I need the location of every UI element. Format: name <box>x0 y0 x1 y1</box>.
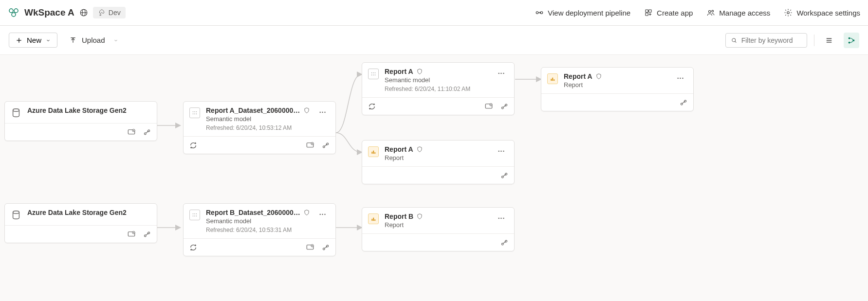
shield-icon <box>416 68 423 75</box>
node-title: Azure Data Lake Storage Gen2 <box>27 106 151 114</box>
node-report-1[interactable]: Report A Report ··· <box>362 140 515 184</box>
more-button[interactable]: ··· <box>316 209 330 218</box>
node-semantic-model-2[interactable]: Report A Semantic model Refreshed: 6/20/… <box>362 62 515 115</box>
impact-icon[interactable] <box>321 243 331 252</box>
node-footer <box>5 123 157 141</box>
node-title: Report A <box>564 72 592 80</box>
node-subtitle: Semantic model <box>206 115 310 123</box>
database-icon <box>11 210 21 220</box>
impact-icon[interactable] <box>679 98 688 107</box>
refresh-icon[interactable] <box>188 243 198 252</box>
upload-button[interactable]: Upload <box>69 36 119 44</box>
gateway-icon[interactable] <box>127 230 136 239</box>
node-footer <box>184 136 335 154</box>
shield-icon <box>303 209 310 216</box>
shield-icon <box>303 107 310 114</box>
node-title: Report B <box>385 212 413 220</box>
node-subtitle: Report <box>564 81 668 89</box>
chevron-down-icon <box>113 37 119 43</box>
node-subtitle: Report <box>385 154 489 161</box>
view-pipeline-link[interactable]: View deployment pipeline <box>535 8 630 17</box>
node-report-3[interactable]: Report B Report ··· <box>362 207 515 251</box>
new-button[interactable]: New <box>9 33 57 48</box>
more-button[interactable]: ··· <box>495 145 508 155</box>
impact-icon[interactable] <box>321 141 331 150</box>
node-footer <box>5 225 157 243</box>
toolbar-left: New Upload <box>9 33 119 48</box>
manage-access-link[interactable]: Manage access <box>706 8 770 17</box>
gateway-icon[interactable] <box>127 127 136 137</box>
list-view-button[interactable] <box>821 33 837 48</box>
gateway-icon[interactable] <box>305 243 315 252</box>
impact-icon[interactable] <box>142 127 152 137</box>
shield-icon <box>416 146 423 153</box>
refresh-icon[interactable] <box>188 141 198 150</box>
node-datasource-1[interactable]: Azure Data Lake Storage Gen2 <box>4 101 157 141</box>
more-button[interactable]: ··· <box>495 68 508 77</box>
search-icon <box>731 36 738 44</box>
upload-icon <box>69 36 77 44</box>
node-footer <box>362 97 514 115</box>
node-semantic-model-1[interactable]: Report A_Dataset_2060000_2245... Semanti… <box>183 101 336 154</box>
node-semantic-model-3[interactable]: Report B_Dataset_2060000_ae17... Semanti… <box>183 203 336 256</box>
report-icon <box>547 73 558 84</box>
chevron-down-icon <box>45 37 51 43</box>
node-footer <box>541 93 693 111</box>
people-icon <box>706 8 715 17</box>
node-title: Report B_Dataset_2060000_ae17... <box>206 209 300 216</box>
node-subtitle: Report <box>385 221 489 229</box>
app-icon <box>644 8 653 17</box>
database-icon <box>11 107 21 118</box>
semantic-model-icon <box>189 210 200 220</box>
node-meta: Refreshed: 6/20/24, 10:53:12 AM <box>206 124 310 131</box>
header-left: WkSpace A Dev <box>8 7 126 18</box>
refresh-icon[interactable] <box>367 102 377 111</box>
node-meta: Refreshed: 6/20/24, 10:53:31 AM <box>206 227 310 233</box>
toolbar-right <box>725 33 859 48</box>
lineage-view-button[interactable] <box>844 33 859 48</box>
workspace-settings-link[interactable]: Workspace settings <box>784 8 860 17</box>
shield-icon <box>416 213 423 220</box>
impact-icon[interactable] <box>142 230 152 239</box>
semantic-model-icon <box>189 107 200 118</box>
more-button[interactable]: ··· <box>316 106 330 116</box>
node-datasource-2[interactable]: Azure Data Lake Storage Gen2 <box>4 203 157 243</box>
node-meta: Refreshed: 6/20/24, 11:10:02 AM <box>385 86 489 92</box>
plus-icon <box>15 36 23 44</box>
pipeline-icon <box>535 8 544 17</box>
node-title: Report A_Dataset_2060000_2245... <box>206 106 300 114</box>
report-icon <box>368 213 379 224</box>
separator <box>814 35 814 46</box>
gateway-icon[interactable] <box>484 102 494 111</box>
env-label: Dev <box>109 9 121 17</box>
gateway-icon[interactable] <box>305 141 315 150</box>
more-button[interactable]: ··· <box>674 72 687 82</box>
search-input[interactable] <box>741 36 802 44</box>
shield-icon <box>595 73 602 80</box>
impact-icon[interactable] <box>499 102 509 111</box>
node-footer <box>362 233 514 251</box>
lineage-canvas[interactable]: Azure Data Lake Storage Gen2 Azure Data … <box>0 55 868 301</box>
node-footer <box>362 166 514 184</box>
search-box[interactable] <box>725 33 807 48</box>
impact-icon[interactable] <box>499 171 509 180</box>
env-pill[interactable]: Dev <box>93 7 126 18</box>
toolbar: New Upload <box>0 26 868 55</box>
more-button[interactable]: ··· <box>495 212 508 222</box>
header: WkSpace A Dev View deployment pipeline C… <box>0 0 868 26</box>
impact-icon[interactable] <box>499 238 509 248</box>
rocket-icon <box>98 9 106 17</box>
gear-icon <box>784 8 793 17</box>
node-title: Azure Data Lake Storage Gen2 <box>27 209 151 216</box>
node-subtitle: Semantic model <box>206 217 310 225</box>
node-title: Report A <box>385 68 413 75</box>
workspace-icon <box>8 7 19 18</box>
node-report-2[interactable]: Report A Report ··· <box>541 67 694 111</box>
node-title: Report A <box>385 145 413 153</box>
workspace-title: WkSpace A <box>24 7 74 18</box>
globe-icon[interactable] <box>79 8 88 17</box>
report-icon <box>368 146 379 157</box>
node-footer <box>184 238 335 256</box>
semantic-model-icon <box>368 69 379 79</box>
create-app-link[interactable]: Create app <box>644 8 693 17</box>
